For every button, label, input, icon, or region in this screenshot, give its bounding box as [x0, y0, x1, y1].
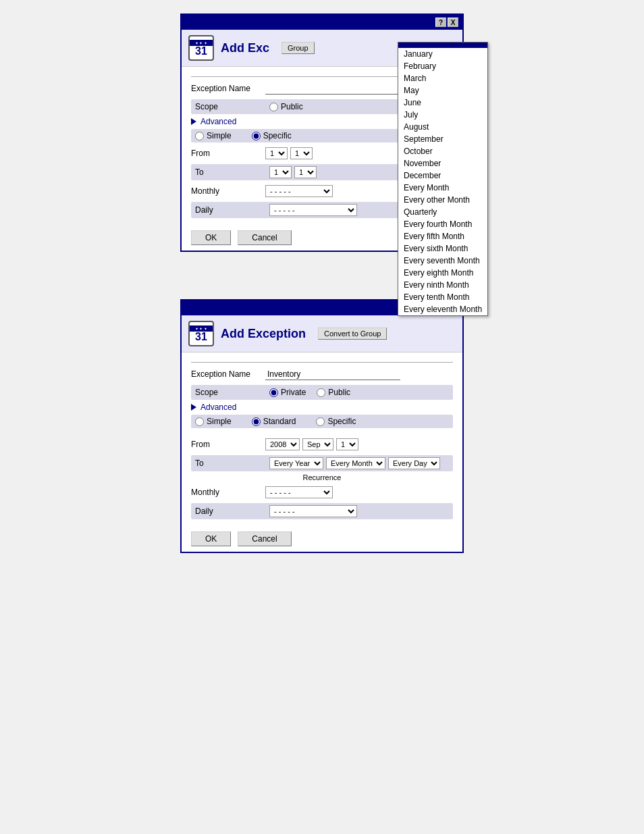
dropdown-item-february[interactable]: February — [398, 60, 487, 72]
dialog2-simple-radio-label[interactable]: Simple — [195, 417, 232, 426]
dropdown-item-october[interactable]: October — [398, 145, 487, 157]
dropdown-item-every-seventh-month[interactable]: Every seventh Month — [398, 255, 487, 267]
ok-button[interactable]: OK — [191, 230, 231, 245]
daily-label: Daily — [195, 205, 269, 215]
to-select1[interactable]: 1 — [269, 166, 292, 178]
close-button[interactable]: X — [448, 18, 458, 27]
dialog2-calendar-icon-num: 31 — [195, 332, 207, 342]
advanced-triangle-icon — [191, 118, 196, 125]
dialog2-daily-select[interactable]: - - - - - — [269, 505, 357, 517]
dialog2-to-year-select[interactable]: Every Year — [269, 457, 323, 469]
dropdown-item-every-fifth-month[interactable]: Every fifth Month — [398, 230, 487, 242]
calendar-icon: ✦ ✦ ✦ 31 — [188, 35, 214, 61]
dialog2-standard-radio[interactable] — [252, 417, 261, 426]
help-button[interactable]: ? — [435, 18, 446, 27]
dialog2-from-day-select[interactable]: 1 — [336, 438, 358, 450]
dialog2-advanced-row[interactable]: Advanced — [191, 402, 453, 412]
dialog2-to-month-select[interactable]: Every Month — [326, 457, 385, 469]
dialog2-exception-name-input[interactable] — [265, 369, 400, 380]
dialog2-header: ✦ ✦ ✦ 31 Add Exception Convert to Group — [182, 315, 462, 353]
dropdown-item-november[interactable]: November — [398, 157, 487, 170]
dropdown-item-may[interactable]: May — [398, 84, 487, 97]
recurrence-label: Recurrence — [191, 473, 453, 481]
dialog2-private-label: Private — [281, 388, 306, 397]
simple-radio[interactable] — [195, 132, 204, 140]
dialog2-body: Exception Name Scope Private Public — [182, 353, 462, 526]
exception-name-input[interactable] — [265, 83, 400, 95]
dialog2-specific-radio[interactable] — [316, 417, 325, 426]
dropdown-item-every-tenth-month[interactable]: Every tenth Month — [398, 291, 487, 303]
dialog2-from-label: From — [191, 440, 265, 449]
dialog1-titlebar: ? X — [182, 15, 462, 30]
exception-name-label: Exception Name — [191, 84, 265, 93]
dialog2-advanced-label: Advanced — [200, 402, 236, 412]
dialog2-monthly-select[interactable]: - - - - - — [265, 486, 333, 498]
dialog2-to-day-select[interactable]: Every Day — [388, 457, 440, 469]
dropdown-item-every-ninth-month[interactable]: Every ninth Month — [398, 279, 487, 291]
dialog2-public-radio[interactable] — [317, 388, 325, 397]
dropdown-item-january[interactable]: January — [398, 48, 487, 60]
dropdown-item-march[interactable]: March — [398, 72, 487, 84]
dialog2-to-row: To Every Year Every Month Every Day — [191, 455, 453, 471]
dropdown-item-quarterly[interactable]: Quarterly — [398, 206, 487, 218]
dialog2-public-label: Public — [328, 388, 350, 397]
titlebar-buttons: ? X — [435, 18, 458, 27]
dialog2-specific-radio-label[interactable]: Specific — [316, 417, 356, 426]
specific-radio-label[interactable]: Specific — [252, 131, 292, 140]
dropdown-item-september[interactable]: September — [398, 133, 487, 145]
dropdown-item-every-eighth-month[interactable]: Every eighth Month — [398, 267, 487, 279]
dialog2-cancel-button[interactable]: Cancel — [238, 531, 291, 546]
dialog2-from-row: From 2008 Sep 1 — [191, 437, 453, 452]
scope-label: Scope — [195, 102, 269, 111]
dropdown-item-every-other-month[interactable]: Every other Month — [398, 194, 487, 206]
dialog2-daily-row: Daily - - - - - — [191, 503, 453, 519]
to-label: To — [195, 167, 269, 177]
monthly-select[interactable]: - - - - - — [265, 185, 333, 197]
to-select2[interactable]: 1 — [294, 166, 317, 178]
dialog2-to-label: To — [195, 459, 269, 468]
dialog2-title-text: Add Exception — [221, 327, 306, 341]
dialog2-convert-group-button[interactable]: Convert to Group — [318, 328, 387, 340]
dropdown-item-every-sixth-month[interactable]: Every sixth Month — [398, 242, 487, 255]
dialog2-from-year-select[interactable]: 2008 — [265, 438, 300, 450]
dialog2-from-month-select[interactable]: Sep — [302, 438, 333, 450]
dialog2-mode-row: Simple Standard Specific — [191, 415, 453, 428]
from-select2[interactable]: 1 — [290, 147, 313, 159]
dropdown-header — [398, 43, 487, 48]
dialog2-public-radio-label[interactable]: Public — [317, 388, 350, 397]
dialog2-monthly-label: Monthly — [191, 488, 265, 497]
dropdown-item-august[interactable]: August — [398, 121, 487, 133]
dialog2-daily-label: Daily — [195, 506, 269, 516]
dialog2-standard-radio-label[interactable]: Standard — [252, 417, 296, 426]
dialog2-private-radio-label[interactable]: Private — [269, 388, 306, 397]
dialog2-standard-label: Standard — [263, 417, 296, 426]
dialog2-footer: OK Cancel — [182, 526, 462, 552]
dialog2-scope-row: Scope Private Public — [191, 385, 453, 400]
dialog2-ok-button[interactable]: OK — [191, 531, 231, 546]
daily-select[interactable]: - - - - - — [269, 204, 357, 216]
public-radio-label[interactable]: Public — [269, 102, 303, 111]
dropdown-item-every-eleventh-month[interactable]: Every eleventh Month — [398, 303, 487, 315]
dialog2-monthly-row: Monthly - - - - - — [191, 485, 453, 500]
dialog2-simple-label: Simple — [207, 417, 232, 426]
from-select1[interactable]: 1 — [265, 147, 288, 159]
dropdown-item-june[interactable]: June — [398, 97, 487, 109]
dropdown-item-every-month[interactable]: Every Month — [398, 182, 487, 194]
simple-radio-label[interactable]: Simple — [195, 131, 232, 140]
dropdown-item-every-fourth-month[interactable]: Every fourth Month — [398, 218, 487, 230]
public-label: Public — [281, 102, 303, 111]
dialog2-scope-label: Scope — [195, 388, 269, 397]
dropdown-item-december[interactable]: December — [398, 170, 487, 182]
cancel-button[interactable]: Cancel — [238, 230, 291, 245]
specific-radio[interactable] — [252, 132, 261, 140]
dialog2-simple-radio[interactable] — [195, 417, 204, 426]
convert-group-button[interactable]: Group — [281, 42, 315, 54]
from-label: From — [191, 149, 265, 158]
month-dropdown[interactable]: January February March May June July Aug… — [398, 42, 488, 316]
dropdown-item-july[interactable]: July — [398, 109, 487, 121]
dialog2-specific-label: Specific — [327, 417, 356, 426]
dialog2-private-radio[interactable] — [269, 388, 278, 397]
monthly-label: Monthly — [191, 186, 265, 196]
simple-label: Simple — [207, 131, 232, 140]
public-radio[interactable] — [269, 103, 278, 111]
